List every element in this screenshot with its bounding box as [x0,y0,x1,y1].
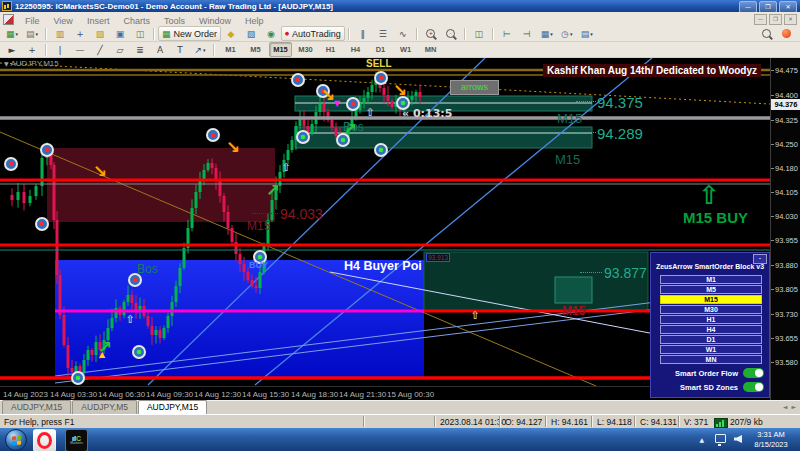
menu-view[interactable]: View [47,16,80,26]
notification-icon[interactable] [777,26,795,41]
timeframe-button-w1[interactable]: W1 [394,42,417,57]
toggle-smart-order-flow[interactable] [743,368,764,378]
zone3-price-label: 93.877 [604,265,647,281]
timeframe-button-m30[interactable]: M30 [294,42,317,57]
chart-area[interactable]: ▼ AUDJPY,M15 SELL arrows Kashif Khan Aug… [0,58,800,400]
panel-timeframe-button-m1[interactable]: M1 [660,275,762,284]
timeframe-button-m5[interactable]: M5 [244,42,267,57]
zoom-in-icon: + [426,29,435,38]
chart-menu-icon[interactable] [3,14,14,25]
child-restore-button[interactable]: ❐ [769,14,782,25]
timeframe-button-d1[interactable]: D1 [369,42,392,57]
panel-timeframe-button-mn[interactable]: MN [660,355,762,364]
text-button[interactable]: A [151,42,169,57]
indicator-list-button[interactable]: ⊢ [498,26,516,41]
fibonacci-button[interactable]: ≣ [131,42,149,57]
menu-insert[interactable]: Insert [80,16,117,26]
price-scale-label: 93.655 [775,334,798,343]
menu-charts[interactable]: Charts [116,16,157,26]
chart-tab[interactable]: AUDJPY,M15 [138,400,207,414]
toggle-smart-sd-zones[interactable] [743,382,764,392]
chart-tab-bar: AUDJPY,M15AUDJPY,M5AUDJPY,M15 [0,400,800,414]
autotrading-button[interactable]: ⏺ AutoTrading [281,26,345,41]
timeframe-button-h4[interactable]: H4 [344,42,367,57]
tray-expand-icon[interactable]: ▲ [699,436,704,443]
data-window-icon: + [76,29,84,39]
child-close-button[interactable]: ✕ [784,14,797,25]
panel-timeframe-button-w1[interactable]: W1 [660,345,762,354]
menu-file[interactable]: File [18,16,47,26]
add-indicator-button[interactable]: ▦▾ [538,26,556,41]
panel-timeframe-button-d1[interactable]: D1 [660,335,762,344]
price-scale[interactable]: 94.376 94.47594.40094.32594.25094.18094.… [770,58,800,400]
app-icon [2,1,12,11]
menu-tools[interactable]: Tools [157,16,192,26]
strategy-tester-button[interactable]: ◫ [131,26,149,41]
templates-button[interactable]: ▤▾ [578,26,596,41]
arrows-tool-button[interactable]: ↗▾ [191,42,209,57]
web-button[interactable]: ◉ [262,26,280,41]
dropdown-icon: ▾ [203,47,206,53]
tile-windows-button[interactable]: ◫ [470,26,488,41]
taskbar-clock[interactable]: 3:31 AM 8/15/2023 [746,430,796,449]
terminal-button[interactable]: ▣ [111,26,129,41]
start-button[interactable] [5,429,27,451]
menu-window[interactable]: Window [192,16,238,26]
timeframe-button-m15[interactable]: M15 [269,42,292,57]
crosshair-button[interactable]: + [23,42,41,57]
candle-chart-button[interactable]: ☰ [374,26,392,41]
timeframe-button-mn[interactable]: MN [419,42,442,57]
time-axis-label: 14 Aug 2023 [3,390,48,399]
panel-timeframe-button-h4[interactable]: H4 [660,325,762,334]
indicator-list-icon: ⊢ [503,29,511,39]
sell-signal-marker [36,218,48,230]
m15-buy-signal-label: M15 BUY [683,209,748,226]
opera-taskbar-icon[interactable] [33,429,56,451]
market-watch-button[interactable]: ▥ [51,26,69,41]
profiles-button[interactable]: ▤▾ [23,26,41,41]
icmarkets-taskbar-icon[interactable]: ılC Markets [65,429,88,451]
trendline-button[interactable]: ╱ [91,42,109,57]
indicator-window-button[interactable]: ⊣ [518,26,536,41]
clock-time: 3:31 AM [746,430,796,440]
periods-button[interactable]: ◷▾ [558,26,576,41]
bearish-arrow-icon: ↘ [393,82,407,99]
panel-timeframe-button-m30[interactable]: M30 [660,305,762,314]
menu-help[interactable]: Help [238,16,271,26]
data-window-button[interactable]: + [71,26,89,41]
panel-timeframe-button-m5[interactable]: M5 [660,285,762,294]
status-volume: V: 371 [684,417,708,427]
vline-button[interactable]: | [51,42,69,57]
menu-bar: FileViewInsertChartsToolsWindowHelp [0,12,800,27]
speaker-icon[interactable] [734,435,742,443]
child-minimize-button[interactable]: — [754,14,767,25]
new-chart-button[interactable]: ▦▾ [3,26,21,41]
metaeditor-button[interactable]: ◆ [222,26,240,41]
new-order-button[interactable]: ▦ New Order [158,26,221,41]
bos-label: Bos [137,262,158,276]
cursor-button[interactable]: ► [3,42,21,57]
network-icon[interactable] [715,434,726,443]
panel-timeframe-button-h1[interactable]: H1 [660,315,762,324]
arrows-badge[interactable]: arrows [450,80,499,95]
chart-tab[interactable]: AUDJPY,M5 [72,400,137,414]
tab-scroll-right-icon[interactable]: ► [791,403,796,410]
search-icon[interactable] [757,26,775,41]
navigator-button[interactable]: ▨ [91,26,109,41]
hline-button[interactable]: — [71,42,89,57]
panel-timeframe-button-m15[interactable]: M15 [660,295,762,304]
channel-button[interactable]: ▱ [111,42,129,57]
sell-signal-marker [207,129,219,141]
zoom-in-button[interactable]: + [422,26,440,41]
symbol-period-label[interactable]: ▼ AUDJPY,M15 [4,59,59,68]
tab-scroll-left-icon[interactable]: ◄ [783,403,788,410]
label-button[interactable]: T [171,42,189,57]
chart-tab[interactable]: AUDJPY,M15 [2,400,71,414]
zoom-out-button[interactable]: - [442,26,460,41]
timeframe-button-m1[interactable]: M1 [219,42,242,57]
timeframe-button-h1[interactable]: H1 [319,42,342,57]
status-datetime: 2023.08.14 01:30 [440,417,506,427]
line-chart-button[interactable]: ∿ [394,26,412,41]
bar-chart-button[interactable]: ∥ [354,26,372,41]
chart-shift-button[interactable]: ▧ [242,26,260,41]
